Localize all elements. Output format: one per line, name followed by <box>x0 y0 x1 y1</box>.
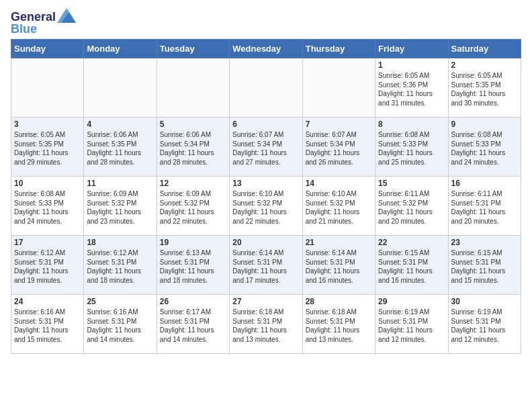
calendar-day: 20Sunrise: 6:14 AMSunset: 5:31 PMDayligh… <box>230 236 302 295</box>
day-number: 30 <box>451 297 518 306</box>
day-number: 22 <box>378 238 445 247</box>
calendar-day: 30Sunrise: 6:19 AMSunset: 5:31 PMDayligh… <box>448 295 521 354</box>
day-info: Sunrise: 6:06 AMSunset: 5:34 PMDaylight:… <box>160 130 226 167</box>
day-info: Sunrise: 6:05 AMSunset: 5:36 PMDaylight:… <box>378 71 445 107</box>
day-info: Sunrise: 6:14 AMSunset: 5:31 PMDaylight:… <box>306 248 372 285</box>
day-number: 15 <box>378 179 445 188</box>
logo-subtext: Blue <box>11 23 76 35</box>
day-number: 5 <box>160 120 226 129</box>
calendar-day: 9Sunrise: 6:08 AMSunset: 5:33 PMDaylight… <box>448 118 521 177</box>
day-number: 25 <box>87 297 153 306</box>
day-info: Sunrise: 6:10 AMSunset: 5:32 PMDaylight:… <box>306 189 372 226</box>
day-info: Sunrise: 6:18 AMSunset: 5:31 PMDaylight:… <box>232 308 299 344</box>
calendar-day: 13Sunrise: 6:10 AMSunset: 5:32 PMDayligh… <box>230 177 302 236</box>
day-info: Sunrise: 6:13 AMSunset: 5:31 PMDaylight:… <box>160 248 226 285</box>
calendar-day: 16Sunrise: 6:11 AMSunset: 5:31 PMDayligh… <box>448 177 521 236</box>
day-number: 21 <box>306 238 372 247</box>
calendar-week-row: 3Sunrise: 6:05 AMSunset: 5:35 PMDaylight… <box>11 118 521 177</box>
day-number: 10 <box>14 179 81 188</box>
day-number: 13 <box>232 179 299 188</box>
day-number: 29 <box>378 297 445 306</box>
calendar-day: 5Sunrise: 6:06 AMSunset: 5:34 PMDaylight… <box>157 118 229 177</box>
day-info: Sunrise: 6:09 AMSunset: 5:32 PMDaylight:… <box>87 189 153 226</box>
day-number: 1 <box>378 60 445 70</box>
day-number: 14 <box>306 179 372 188</box>
day-number: 9 <box>451 120 518 129</box>
calendar-day: 7Sunrise: 6:07 AMSunset: 5:34 PMDaylight… <box>302 118 375 177</box>
day-info: Sunrise: 6:15 AMSunset: 5:31 PMDaylight:… <box>451 248 518 285</box>
calendar-week-row: 10Sunrise: 6:08 AMSunset: 5:33 PMDayligh… <box>11 177 521 236</box>
day-number: 20 <box>232 238 299 247</box>
calendar-day: 29Sunrise: 6:19 AMSunset: 5:31 PMDayligh… <box>375 295 448 354</box>
day-number: 8 <box>378 120 445 129</box>
weekday-header: Thursday <box>302 40 375 58</box>
day-info: Sunrise: 6:18 AMSunset: 5:31 PMDaylight:… <box>306 308 372 344</box>
day-info: Sunrise: 6:16 AMSunset: 5:31 PMDaylight:… <box>14 308 81 344</box>
day-info: Sunrise: 6:05 AMSunset: 5:35 PMDaylight:… <box>451 71 518 107</box>
calendar-day <box>230 58 302 118</box>
day-number: 6 <box>232 120 299 129</box>
day-info: Sunrise: 6:17 AMSunset: 5:31 PMDaylight:… <box>160 308 226 344</box>
calendar-day: 11Sunrise: 6:09 AMSunset: 5:32 PMDayligh… <box>84 177 157 236</box>
day-info: Sunrise: 6:07 AMSunset: 5:34 PMDaylight:… <box>232 130 299 167</box>
calendar-day: 4Sunrise: 6:06 AMSunset: 5:35 PMDaylight… <box>84 118 157 177</box>
header: General Blue <box>11 7 521 35</box>
day-number: 24 <box>14 297 81 306</box>
calendar-day: 21Sunrise: 6:14 AMSunset: 5:31 PMDayligh… <box>302 236 375 295</box>
calendar-day: 6Sunrise: 6:07 AMSunset: 5:34 PMDaylight… <box>230 118 302 177</box>
calendar-day: 17Sunrise: 6:12 AMSunset: 5:31 PMDayligh… <box>11 236 84 295</box>
day-number: 17 <box>14 238 81 247</box>
logo: General Blue <box>11 9 76 35</box>
day-info: Sunrise: 6:06 AMSunset: 5:35 PMDaylight:… <box>87 130 153 167</box>
calendar-day: 8Sunrise: 6:08 AMSunset: 5:33 PMDaylight… <box>375 118 448 177</box>
day-number: 28 <box>306 297 372 306</box>
calendar-day: 23Sunrise: 6:15 AMSunset: 5:31 PMDayligh… <box>448 236 521 295</box>
calendar: SundayMondayTuesdayWednesdayThursdayFrid… <box>11 39 521 354</box>
calendar-day: 2Sunrise: 6:05 AMSunset: 5:35 PMDaylight… <box>448 58 521 118</box>
calendar-day: 19Sunrise: 6:13 AMSunset: 5:31 PMDayligh… <box>157 236 229 295</box>
calendar-day: 15Sunrise: 6:11 AMSunset: 5:32 PMDayligh… <box>375 177 448 236</box>
day-number: 12 <box>160 179 226 188</box>
day-info: Sunrise: 6:11 AMSunset: 5:32 PMDaylight:… <box>378 189 445 226</box>
day-info: Sunrise: 6:12 AMSunset: 5:31 PMDaylight:… <box>87 248 153 285</box>
day-number: 19 <box>160 238 226 247</box>
weekday-header: Friday <box>375 40 448 58</box>
day-info: Sunrise: 6:14 AMSunset: 5:31 PMDaylight:… <box>232 248 299 285</box>
day-number: 2 <box>451 60 518 70</box>
calendar-day: 26Sunrise: 6:17 AMSunset: 5:31 PMDayligh… <box>157 295 229 354</box>
calendar-day <box>11 58 84 118</box>
day-info: Sunrise: 6:16 AMSunset: 5:31 PMDaylight:… <box>87 308 153 344</box>
day-info: Sunrise: 6:09 AMSunset: 5:32 PMDaylight:… <box>160 189 226 226</box>
day-number: 16 <box>451 179 518 188</box>
weekday-header: Saturday <box>448 40 521 58</box>
day-number: 7 <box>306 120 372 129</box>
day-info: Sunrise: 6:19 AMSunset: 5:31 PMDaylight:… <box>451 308 518 344</box>
calendar-day: 10Sunrise: 6:08 AMSunset: 5:33 PMDayligh… <box>11 177 84 236</box>
calendar-day <box>157 58 229 118</box>
day-info: Sunrise: 6:15 AMSunset: 5:31 PMDaylight:… <box>378 248 445 285</box>
weekday-header: Monday <box>84 40 157 58</box>
day-number: 23 <box>451 238 518 247</box>
day-info: Sunrise: 6:08 AMSunset: 5:33 PMDaylight:… <box>451 130 518 167</box>
calendar-week-row: 24Sunrise: 6:16 AMSunset: 5:31 PMDayligh… <box>11 295 521 354</box>
day-info: Sunrise: 6:12 AMSunset: 5:31 PMDaylight:… <box>14 248 81 285</box>
weekday-header: Sunday <box>11 40 84 58</box>
calendar-day: 22Sunrise: 6:15 AMSunset: 5:31 PMDayligh… <box>375 236 448 295</box>
calendar-day <box>84 58 157 118</box>
day-info: Sunrise: 6:05 AMSunset: 5:35 PMDaylight:… <box>14 130 81 167</box>
page: General Blue SundayMondayTuesdayWednesda… <box>0 0 532 365</box>
logo-icon <box>57 8 76 23</box>
day-info: Sunrise: 6:19 AMSunset: 5:31 PMDaylight:… <box>378 308 445 344</box>
day-number: 18 <box>87 238 153 247</box>
day-number: 27 <box>232 297 299 306</box>
weekday-header: Tuesday <box>157 40 229 58</box>
calendar-day: 27Sunrise: 6:18 AMSunset: 5:31 PMDayligh… <box>230 295 302 354</box>
day-number: 11 <box>87 179 153 188</box>
calendar-week-row: 17Sunrise: 6:12 AMSunset: 5:31 PMDayligh… <box>11 236 521 295</box>
day-info: Sunrise: 6:07 AMSunset: 5:34 PMDaylight:… <box>306 130 372 167</box>
day-number: 3 <box>14 120 81 129</box>
calendar-day: 3Sunrise: 6:05 AMSunset: 5:35 PMDaylight… <box>11 118 84 177</box>
calendar-day: 1Sunrise: 6:05 AMSunset: 5:36 PMDaylight… <box>375 58 448 118</box>
calendar-day: 28Sunrise: 6:18 AMSunset: 5:31 PMDayligh… <box>302 295 375 354</box>
day-info: Sunrise: 6:08 AMSunset: 5:33 PMDaylight:… <box>378 130 445 167</box>
